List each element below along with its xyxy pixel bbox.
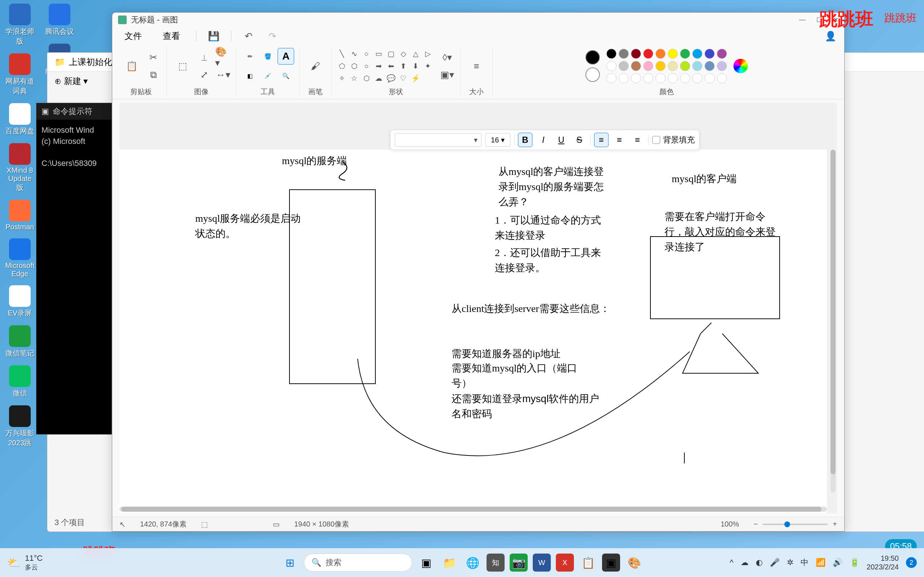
scrollbar-horizontal[interactable] bbox=[120, 507, 827, 512]
color-swatch[interactable] bbox=[717, 49, 727, 59]
color-swatch[interactable] bbox=[704, 73, 715, 83]
color-swatch[interactable] bbox=[619, 61, 629, 71]
align-right[interactable]: ≡ bbox=[630, 133, 645, 147]
tray-gpu[interactable]: ◐ bbox=[756, 558, 762, 567]
cmd-titlebar[interactable]: ▣ 命令提示符 bbox=[36, 103, 111, 120]
color-swatch[interactable] bbox=[717, 73, 727, 83]
desktop-icon[interactable]: XMind 8 Update 版 bbox=[3, 143, 36, 193]
copy-button[interactable]: ⧉ bbox=[145, 67, 162, 82]
save-icon[interactable]: 💾 bbox=[207, 29, 220, 43]
resize-button[interactable]: ⤢ bbox=[196, 67, 212, 82]
tb-xmind[interactable]: X bbox=[556, 554, 574, 572]
color-swatch[interactable] bbox=[717, 61, 727, 71]
start-button[interactable]: ⊞ bbox=[281, 554, 299, 572]
flip-button[interactable]: ↔▾ bbox=[215, 67, 231, 82]
color-swatch[interactable] bbox=[643, 49, 653, 59]
tb-explorer[interactable]: 📁 bbox=[440, 554, 459, 572]
font-size-select[interactable]: 16 ▾ bbox=[485, 133, 510, 147]
color-swatch[interactable] bbox=[656, 61, 666, 71]
font-family-select[interactable]: ▾ bbox=[395, 133, 481, 147]
size-button[interactable]: ≡ bbox=[465, 52, 487, 81]
tb-app2[interactable]: 📷 bbox=[510, 554, 528, 572]
color-swatch[interactable] bbox=[704, 49, 715, 59]
cmd-body[interactable]: Microsoft Wind (c) Microsoft C:\Users\58… bbox=[36, 120, 111, 174]
color-swatch[interactable] bbox=[643, 61, 653, 71]
tray-onedrive[interactable]: ☁ bbox=[741, 558, 749, 567]
color-swatch[interactable] bbox=[656, 73, 666, 83]
desktop-icon[interactable]: 网易有道词典 bbox=[3, 53, 36, 96]
color-swatch[interactable] bbox=[680, 73, 690, 83]
color-swatch[interactable] bbox=[668, 61, 678, 71]
tray-mic[interactable]: 🎤 bbox=[770, 558, 780, 567]
new-button[interactable]: ⊕ 新建 ▾ bbox=[55, 76, 88, 87]
tray-ime-mode[interactable]: ✲ bbox=[787, 558, 793, 567]
color-swatch[interactable] bbox=[606, 73, 617, 83]
color-swatch[interactable] bbox=[692, 73, 703, 83]
color-swatch[interactable] bbox=[680, 49, 690, 59]
notification-badge[interactable]: 2 bbox=[906, 557, 917, 568]
desktop-icon[interactable]: Microsoft Edge bbox=[3, 239, 36, 278]
align-left[interactable]: ≡ bbox=[594, 133, 609, 147]
color-swatch[interactable] bbox=[692, 49, 703, 59]
align-center[interactable]: ≡ bbox=[612, 133, 627, 147]
tray-wifi[interactable]: 📶 bbox=[816, 558, 825, 567]
color-swatch[interactable] bbox=[668, 73, 678, 83]
shapes-palette[interactable]: ╲∿○▭▢◇△▷ ⬠⬡○➡⬅⬆⬇✦ ✧☆⬡☁💬♡⚡ bbox=[337, 49, 433, 83]
color-swatch[interactable] bbox=[619, 49, 629, 59]
zoom-out[interactable]: − bbox=[754, 520, 758, 528]
tray-volume[interactable]: 🔊 bbox=[833, 558, 842, 567]
fill-tool[interactable]: 🪣 bbox=[260, 48, 276, 64]
text-tool[interactable]: A bbox=[278, 48, 294, 64]
menu-file[interactable]: 文件 bbox=[120, 28, 147, 44]
color2[interactable] bbox=[585, 68, 600, 82]
desktop-icon[interactable]: 万兴喵影 2023跳 bbox=[3, 405, 36, 448]
tb-paint[interactable]: 🎨 bbox=[625, 554, 643, 572]
tray-ime[interactable]: 中 bbox=[801, 557, 809, 568]
tb-edge[interactable]: 🌐 bbox=[464, 554, 481, 572]
brush-button[interactable]: 🖌 bbox=[305, 52, 326, 81]
taskbar-search[interactable]: 🔍 搜索 bbox=[304, 554, 412, 572]
zoom-slider[interactable] bbox=[762, 524, 828, 525]
desktop-icon[interactable]: 百度网盘 bbox=[3, 103, 36, 136]
color-swatch[interactable] bbox=[656, 49, 666, 59]
select-button[interactable]: ⬚ bbox=[172, 52, 194, 81]
scrollbar-vertical[interactable] bbox=[830, 150, 835, 492]
color-swatch[interactable] bbox=[631, 61, 641, 71]
picker-tool[interactable]: 💉 bbox=[260, 68, 276, 84]
redo-icon[interactable]: ↷ bbox=[266, 29, 279, 43]
color-swatch[interactable] bbox=[606, 49, 617, 59]
underline-button[interactable]: U bbox=[554, 133, 569, 147]
desktop-icon[interactable]: EV录屏 bbox=[3, 285, 36, 318]
paste-button[interactable]: 📋 bbox=[121, 52, 142, 81]
desktop-icon[interactable]: Postman bbox=[3, 200, 36, 231]
background-fill-toggle[interactable]: 背景填充 bbox=[652, 134, 695, 145]
color-swatch[interactable] bbox=[692, 61, 703, 71]
taskbar-weather[interactable]: ⛅ 11°C 多云 bbox=[0, 554, 43, 572]
color-swatch[interactable] bbox=[631, 49, 641, 59]
zoom-in[interactable]: + bbox=[833, 520, 837, 528]
eraser-tool[interactable]: ◧ bbox=[241, 68, 258, 84]
strike-button[interactable]: S bbox=[572, 133, 586, 147]
color-swatch[interactable] bbox=[631, 73, 641, 83]
color-swatch[interactable] bbox=[606, 61, 617, 71]
tb-app1[interactable]: 知 bbox=[486, 554, 505, 572]
task-view[interactable]: ▣ bbox=[417, 554, 435, 572]
edit-colors[interactable] bbox=[733, 59, 748, 73]
tb-notepad[interactable]: 📋 bbox=[579, 554, 597, 572]
rotate-button[interactable]: 🎨▾ bbox=[215, 49, 231, 65]
magnifier-tool[interactable]: 🔍 bbox=[278, 68, 294, 84]
italic-button[interactable]: I bbox=[536, 133, 551, 147]
desktop-icon[interactable]: 腾讯会议 bbox=[43, 3, 76, 36]
color-swatch[interactable] bbox=[680, 61, 690, 71]
paint-titlebar[interactable]: 无标题 - 画图 — ☐ ✕ bbox=[112, 13, 844, 27]
cut-button[interactable]: ✂ bbox=[145, 49, 162, 65]
minimize-button[interactable]: — bbox=[799, 16, 806, 24]
taskbar-clock[interactable]: 19:50 2023/2/24 bbox=[867, 554, 899, 571]
color-swatch[interactable] bbox=[668, 49, 678, 59]
tb-cmd[interactable]: ▣ bbox=[602, 554, 620, 572]
color-swatch[interactable] bbox=[643, 73, 653, 83]
desktop-icon[interactable]: 微信笔记 bbox=[3, 325, 36, 358]
bold-button[interactable]: B bbox=[518, 133, 532, 147]
tb-word[interactable]: W bbox=[533, 554, 551, 572]
undo-icon[interactable]: ↶ bbox=[242, 29, 255, 43]
